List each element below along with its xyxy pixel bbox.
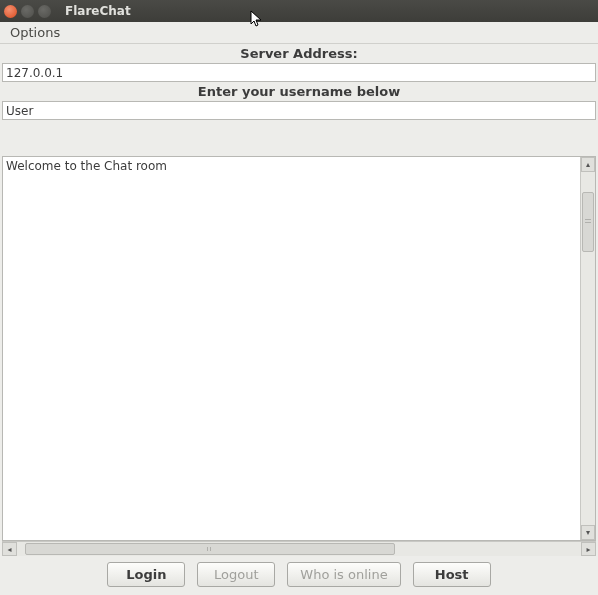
username-input[interactable] xyxy=(2,101,596,120)
horizontal-scroll-thumb[interactable] xyxy=(25,543,395,555)
minimize-icon[interactable] xyxy=(21,5,34,18)
maximize-icon[interactable] xyxy=(38,5,51,18)
chat-area: Welcome to the Chat room ▴ ▾ xyxy=(2,156,596,541)
who-is-online-button[interactable]: Who is online xyxy=(287,562,400,587)
window-titlebar: FlareChat xyxy=(0,0,598,22)
horizontal-scrollbar[interactable]: ◂ ▸ xyxy=(2,541,596,556)
spacer xyxy=(0,120,598,156)
window-controls xyxy=(4,5,51,18)
login-button[interactable]: Login xyxy=(107,562,185,587)
content-area: Server Address: Enter your username belo… xyxy=(0,44,598,595)
vertical-scroll-track[interactable] xyxy=(581,172,595,525)
window-title: FlareChat xyxy=(65,4,131,18)
button-row: Login Logout Who is online Host xyxy=(0,556,598,595)
chat-log[interactable]: Welcome to the Chat room xyxy=(3,157,580,540)
menu-bar: Options xyxy=(0,22,598,44)
horizontal-scroll-track[interactable] xyxy=(17,542,581,556)
server-address-input[interactable] xyxy=(2,63,596,82)
scroll-down-icon[interactable]: ▾ xyxy=(581,525,595,540)
logout-button[interactable]: Logout xyxy=(197,562,275,587)
username-label: Enter your username below xyxy=(0,82,598,101)
server-address-label: Server Address: xyxy=(0,44,598,63)
vertical-scroll-thumb[interactable] xyxy=(582,192,594,252)
scroll-right-icon[interactable]: ▸ xyxy=(581,542,596,556)
scroll-up-icon[interactable]: ▴ xyxy=(581,157,595,172)
scroll-left-icon[interactable]: ◂ xyxy=(2,542,17,556)
close-icon[interactable] xyxy=(4,5,17,18)
host-button[interactable]: Host xyxy=(413,562,491,587)
menu-options[interactable]: Options xyxy=(6,23,64,42)
vertical-scrollbar[interactable]: ▴ ▾ xyxy=(580,157,595,540)
